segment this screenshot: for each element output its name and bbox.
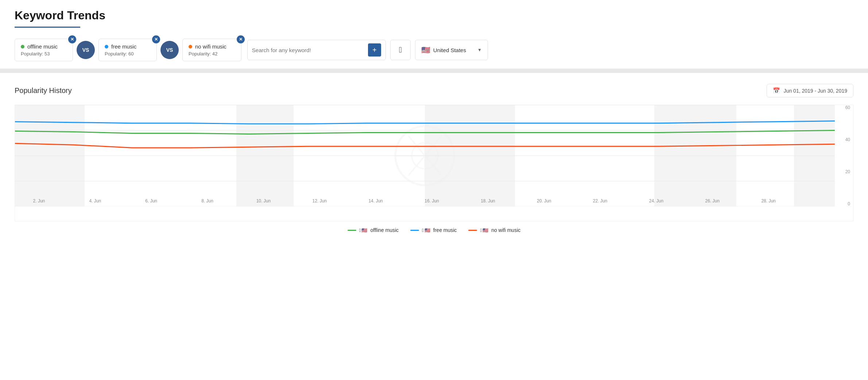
chart-header: Popularity History 📅 Jun 01, 2019 - Jun … (15, 84, 853, 97)
keyword-dot-3 (189, 45, 192, 49)
x-label-4: 8. Jun (201, 198, 213, 203)
header-section: Keyword Trends ✕ offline music Popularit… (0, 0, 868, 69)
page-title: Keyword Trends (15, 9, 853, 22)
keyword-name-3: no wifi music (189, 43, 226, 50)
x-label-3: 6. Jun (145, 198, 157, 203)
x-label-11: 22. Jun (593, 198, 607, 203)
keyword-chip-1: ✕ offline music Popularity: 53 (15, 39, 73, 61)
keyword-dot-2 (105, 45, 108, 49)
legend-label-3: no wifi music (491, 227, 520, 233)
x-label-12: 24. Jun (649, 198, 663, 203)
apple-icon:  (399, 45, 402, 55)
legend-line-2 (410, 230, 419, 231)
chevron-down-icon: ▼ (477, 47, 482, 53)
legend-flag-2: 🇺🇸 (425, 228, 430, 233)
chart-svg (15, 105, 835, 206)
legend-apple-icon-3:  (480, 228, 482, 233)
x-label-7: 14. Jun (368, 198, 383, 203)
legend-icons-1:  🇺🇸 (359, 228, 368, 233)
legend-item-3:  🇺🇸 no wifi music (468, 227, 520, 233)
chart-inner: 2. Jun 4. Jun 6. Jun 8. Jun 10. Jun 12. … (15, 105, 835, 206)
legend-line-3 (468, 230, 477, 231)
date-range-picker[interactable]: 📅 Jun 01, 2019 - Jun 30, 2019 (767, 84, 853, 97)
legend-line-1 (348, 230, 356, 231)
chart-title: Popularity History (15, 86, 72, 95)
keyword-pop-1: Popularity: 53 (21, 51, 50, 57)
x-label-8: 16. Jun (425, 198, 439, 203)
keyword-chip-3: ✕ no wifi music Popularity: 42 (182, 39, 241, 61)
search-box: + (247, 40, 386, 60)
chart-y-axis: 60 40 20 0 (835, 105, 853, 206)
x-label-2: 4. Jun (89, 198, 101, 203)
y-label-0: 0 (838, 201, 850, 206)
keyword-name-1: offline music (21, 43, 58, 50)
legend-label-1: offline music (370, 227, 399, 233)
legend-icons-3:  🇺🇸 (480, 228, 488, 233)
x-label-1: 2. Jun (33, 198, 45, 203)
keyword-close-3[interactable]: ✕ (237, 35, 245, 43)
legend-apple-icon-1:  (359, 228, 361, 233)
calendar-icon: 📅 (773, 87, 780, 94)
legend-item-2:  🇺🇸 free music (410, 227, 457, 233)
keyword-dot-1 (21, 45, 24, 49)
title-underline (15, 27, 80, 28)
x-label-10: 20. Jun (537, 198, 551, 203)
legend-icons-2:  🇺🇸 (422, 228, 430, 233)
search-input[interactable] (252, 47, 365, 53)
legend-flag-3: 🇺🇸 (483, 228, 488, 233)
chart-legend:  🇺🇸 offline music  🇺🇸 free music  🇺🇸 (15, 227, 853, 233)
country-selector[interactable]: 🇺🇸 United States ▼ (415, 40, 488, 60)
x-label-5: 10. Jun (256, 198, 271, 203)
keyword-chip-2: ✕ free music Popularity: 60 (98, 39, 157, 61)
keyword-pop-3: Popularity: 42 (189, 51, 218, 57)
keywords-bar: ✕ offline music Popularity: 53 VS ✕ free… (15, 35, 853, 69)
chart-container: 60 40 20 0 (15, 105, 853, 221)
vs-badge-2: VS (160, 41, 179, 59)
keyword-pop-2: Popularity: 60 (105, 51, 134, 57)
apple-platform-button[interactable]:  (390, 40, 411, 60)
y-label-60: 60 (838, 105, 850, 110)
x-label-6: 12. Jun (313, 198, 327, 203)
legend-label-2: free music (433, 227, 457, 233)
date-range-label: Jun 01, 2019 - Jun 30, 2019 (784, 88, 847, 94)
legend-flag-1: 🇺🇸 (361, 228, 367, 233)
keyword-close-2[interactable]: ✕ (152, 35, 160, 43)
chart-section: Popularity History 📅 Jun 01, 2019 - Jun … (0, 73, 868, 244)
x-label-14: 28. Jun (761, 198, 775, 203)
country-flag: 🇺🇸 (421, 46, 430, 54)
page-wrapper: Keyword Trends ✕ offline music Popularit… (0, 0, 868, 380)
divider (0, 69, 868, 73)
y-label-40: 40 (838, 137, 850, 142)
legend-apple-icon-2:  (422, 228, 424, 233)
legend-item-1:  🇺🇸 offline music (348, 227, 399, 233)
x-axis-labels: 2. Jun 4. Jun 6. Jun 8. Jun 10. Jun 12. … (15, 192, 817, 206)
search-add-button[interactable]: + (368, 43, 381, 57)
vs-badge-1: VS (77, 41, 95, 59)
x-label-13: 26. Jun (705, 198, 720, 203)
country-name: United States (433, 47, 466, 53)
y-label-20: 20 (838, 169, 850, 174)
keyword-close-1[interactable]: ✕ (68, 35, 76, 43)
keyword-name-2: free music (105, 43, 136, 50)
x-label-9: 18. Jun (481, 198, 495, 203)
